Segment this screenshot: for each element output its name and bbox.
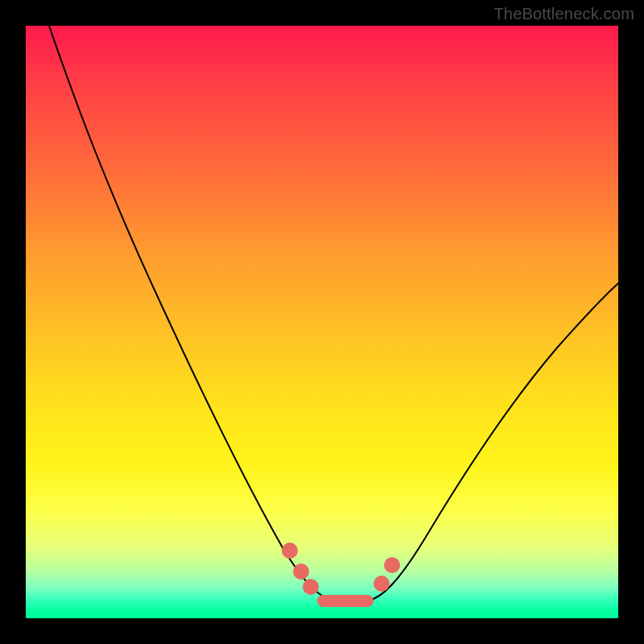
- marker-dot: [293, 564, 309, 580]
- marker-dot: [282, 543, 298, 559]
- plot-area: [26, 26, 618, 618]
- marker-dot: [374, 576, 390, 592]
- attribution-label: TheBottleneck.com: [493, 5, 634, 23]
- bottleneck-curve: [49, 26, 618, 604]
- chart-svg: [26, 26, 618, 618]
- marker-dot: [303, 579, 319, 595]
- outer-frame: TheBottleneck.com: [0, 0, 644, 644]
- marker-dot: [384, 557, 400, 573]
- marker-bar: [317, 595, 374, 607]
